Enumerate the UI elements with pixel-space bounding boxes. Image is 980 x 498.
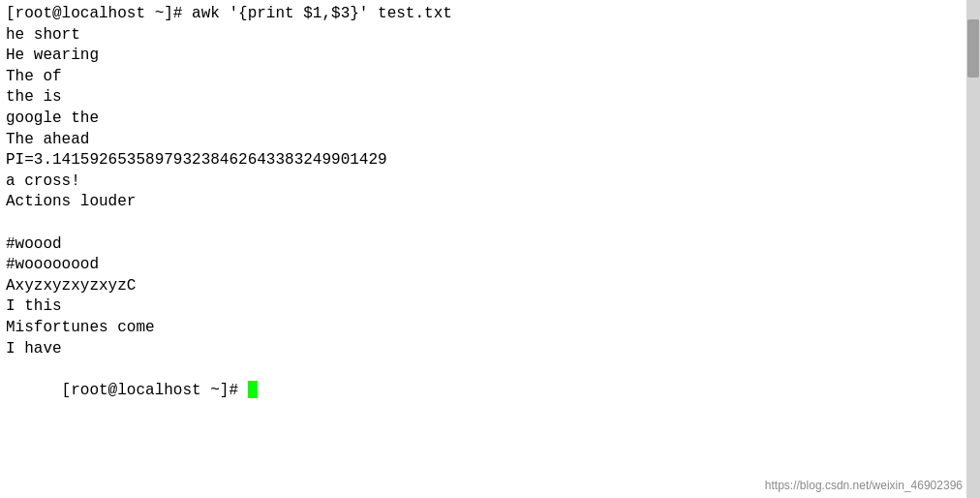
output-line-15: I have: [6, 339, 974, 360]
output-line-9: Actions louder: [6, 192, 974, 213]
output-line-4: the is: [6, 87, 974, 109]
final-prompt-line[interactable]: [root@localhost ~]#: [6, 359, 974, 422]
output-line-blank: [6, 213, 974, 234]
output-line-3: The of: [6, 67, 974, 88]
output-line-11: #woooooood: [6, 255, 974, 276]
output-line-5: google the: [6, 109, 974, 130]
terminal-window: [root@localhost ~]# awk '{print $1,$3}' …: [0, 0, 980, 498]
output-line-2: He wearing: [6, 46, 974, 67]
watermark: https://blog.csdn.net/weixin_46902396: [765, 479, 963, 492]
output-line-14: Misfortunes come: [6, 318, 974, 339]
scrollbar-thumb[interactable]: [967, 19, 979, 78]
final-prompt-text: [root@localhost ~]#: [62, 382, 248, 399]
output-line-10: #woood: [6, 234, 974, 256]
output-line-8: a cross!: [6, 171, 974, 193]
command-line: [root@localhost ~]# awk '{print $1,$3}' …: [6, 4, 974, 25]
output-line-7: PI=3.14159265358979323846264338324990​14…: [6, 150, 974, 171]
scrollbar[interactable]: [966, 0, 980, 498]
output-line-12: AxyzxyzxyzxyzC: [6, 276, 974, 297]
output-line-13: I this: [6, 296, 974, 318]
output-line-6: The ahead: [6, 130, 974, 151]
terminal-cursor: [248, 381, 258, 398]
terminal-output[interactable]: [root@localhost ~]# awk '{print $1,$3}' …: [0, 0, 980, 498]
output-line-1: he short: [6, 25, 974, 47]
